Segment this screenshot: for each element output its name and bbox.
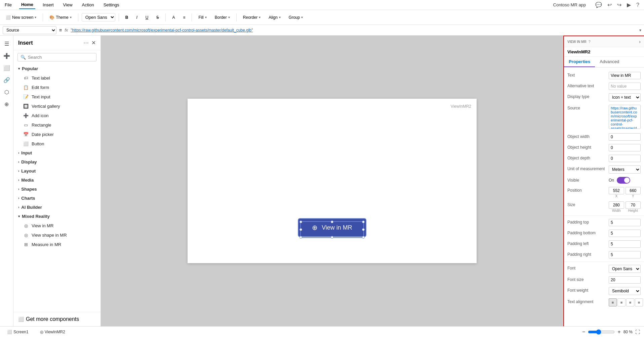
tab-advanced[interactable]: Advanced [595,57,624,67]
handle-top-left[interactable] [299,221,302,223]
props-help-icon[interactable]: ? [589,40,591,44]
source-textarea[interactable]: https://raw.githubusercontent.com/micros… [609,105,641,129]
handle-bottom-center[interactable] [331,236,333,239]
handle-top-center[interactable] [331,221,333,223]
handle-bottom-left[interactable] [299,236,302,239]
handle-middle-right[interactable] [362,228,365,231]
sidebar-section-input[interactable]: › Input [13,148,100,157]
strikethrough-button[interactable]: S̶ [153,13,162,21]
sidebar-section-popular[interactable]: ▾ Popular [13,64,100,73]
size-width-input[interactable] [609,201,624,209]
visible-toggle[interactable] [617,177,630,184]
border-button[interactable]: Border ▾ [212,13,233,21]
padding-bottom-input[interactable] [609,230,641,237]
play-icon[interactable]: ▶ [625,0,633,9]
italic-button[interactable]: I [133,13,140,21]
sidebar-item-date-picker[interactable]: 📅 Date picker [13,130,100,139]
property-select[interactable]: Source [3,26,56,34]
undo-icon[interactable]: ↩ [605,0,614,9]
object-height-input[interactable] [609,144,641,151]
padding-left-input[interactable] [609,240,641,248]
sidebar-item-text-label[interactable]: 🏷 Text label [13,73,100,83]
font-select[interactable]: Open Sans [82,13,115,21]
bold-button[interactable]: B [122,13,131,21]
size-height-input[interactable] [626,201,641,209]
unit-select[interactable]: Meters [609,165,641,174]
bottom-tab-view-in-mr2[interactable]: ◎ ViewInMR2 [37,328,68,336]
align-center-button[interactable]: ≡ [617,298,626,306]
sidebar-section-ai-builder[interactable]: › AI Builder [13,203,100,212]
menu-action[interactable]: Action [80,1,96,9]
handle-middle-left[interactable] [299,228,302,231]
get-more-components[interactable]: ⬜ Get more components [13,312,100,326]
tab-properties[interactable]: Properties [564,57,595,67]
formula-input[interactable] [71,28,637,33]
sidebar-more-icon[interactable]: ⋯ [83,40,89,46]
tree-view-icon[interactable]: ⬜ [1,62,12,73]
menu-home[interactable]: Home [19,1,35,9]
align-text-button[interactable]: ≡ [180,13,188,21]
font-weight-select[interactable]: Semibold [609,287,641,295]
sidebar-item-edit-form[interactable]: 📋 Edit form [13,83,100,92]
variables-icon[interactable]: ⊕ [1,99,12,109]
sidebar-section-media[interactable]: › Media [13,176,100,185]
group-button[interactable]: Group ▾ [286,13,306,21]
padding-right-input[interactable] [609,251,641,258]
data-icon[interactable]: 🔗 [1,75,12,85]
handle-bottom-right[interactable] [362,236,365,239]
sidebar-item-vertical-gallery[interactable]: 🔲 Vertical gallery [13,101,100,111]
sidebar-item-view-shape-in-mr[interactable]: ◎ View shape in MR [13,230,100,240]
sidebar-section-charts[interactable]: › Charts [13,194,100,203]
zoom-out-icon[interactable]: − [582,329,585,335]
menu-insert[interactable]: Insert [41,1,56,9]
alt-text-input[interactable] [609,83,641,90]
sidebar-item-add-icon[interactable]: ➕ Add icon [13,111,100,120]
font-size-input[interactable] [609,276,641,284]
object-depth-input[interactable] [609,155,641,162]
sidebar-item-view-in-mr[interactable]: ◎ View in MR [13,221,100,230]
sidebar-close-icon[interactable]: ✕ [91,40,96,46]
help-icon[interactable]: ? [634,1,641,9]
underline-button[interactable]: U [143,13,152,21]
zoom-in-icon[interactable]: + [617,329,620,335]
font-size-button[interactable]: A [169,13,178,21]
formula-expand-icon[interactable]: ▾ [639,28,641,33]
sidebar-section-mixed-reality[interactable]: ▾ Mixed Reality [13,212,100,221]
text-input-field[interactable] [609,72,641,79]
zoom-slider[interactable] [588,329,615,335]
sidebar-section-layout[interactable]: › Layout [13,166,100,176]
props-close-icon[interactable]: › [639,39,641,44]
bottom-tab-screen1[interactable]: ⬜ Screen1 [4,328,32,336]
theme-button[interactable]: 🎨 Theme ▾ [46,13,74,21]
align-button[interactable]: Align ▾ [266,13,284,21]
align-right-button[interactable]: ≡ [626,298,634,306]
menu-settings[interactable]: Settings [102,1,121,9]
sidebar-item-rectangle[interactable]: ▭ Rectangle [13,120,100,130]
menu-file[interactable]: File [3,1,14,9]
search-input[interactable] [28,55,93,60]
sidebar-item-button[interactable]: ⬜ Button [13,139,100,148]
redo-icon[interactable]: ↪ [615,0,623,9]
sidebar-section-display[interactable]: › Display [13,157,100,166]
position-y-input[interactable] [626,187,641,194]
align-left-button[interactable]: ≡ [609,298,617,306]
handle-top-right[interactable] [362,221,365,223]
display-type-select[interactable]: Icon + text [609,93,641,101]
chat-icon[interactable]: 💬 [593,0,604,9]
add-control-icon[interactable]: ➕ [1,50,12,61]
reorder-button[interactable]: Reorder ▾ [240,13,264,21]
fullscreen-icon[interactable]: ⛶ [635,329,640,335]
position-x-input[interactable] [609,187,624,194]
sidebar-section-shapes[interactable]: › Shapes [13,185,100,194]
sidebar-item-measure-in-mr[interactable]: ⊞ Measure in MR [13,240,100,249]
hamburger-icon[interactable]: ☰ [1,38,12,49]
align-justify-button[interactable]: ≡ [635,298,643,306]
object-width-input[interactable] [609,133,641,141]
components-icon[interactable]: ⬡ [1,87,12,97]
padding-top-input[interactable] [609,219,641,226]
fill-button[interactable]: Fill ▾ [195,13,209,21]
sidebar-item-text-input[interactable]: 📝 Text input [13,92,100,101]
font-select-props[interactable]: Open Sans [609,265,641,273]
menu-view[interactable]: View [61,1,75,9]
new-screen-button[interactable]: ⬜ New screen ▾ [3,13,39,21]
